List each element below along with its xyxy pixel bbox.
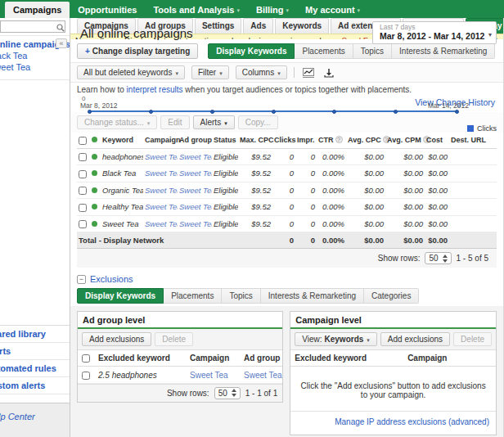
sidebar-bottom-link[interactable]: Shared library (0, 326, 70, 343)
page-size-select[interactable]: 50 (425, 252, 451, 264)
help-icon[interactable]: ? (335, 136, 343, 143)
clicks-cell: 0 (272, 215, 295, 232)
column-status[interactable]: Status (212, 133, 238, 148)
keyword-row: Healthy Tea Sweet Tea Sweet Tea Eligible… (77, 199, 497, 215)
ad-group-link[interactable]: Sweet Tea (179, 152, 212, 161)
status-dot-icon (92, 187, 97, 193)
exclusions-subtab[interactable]: Interests & Remarketing (261, 288, 364, 304)
chevron-down-icon: ▾ (367, 337, 370, 343)
date-range-selector[interactable]: Last 7 days Mar 8, 2012 - Mar 14, 2012 ▾ (372, 21, 497, 44)
show-rows-label: Show rows: (378, 254, 421, 263)
campaign-link[interactable]: Sweet Tea (145, 219, 178, 228)
select-all-checkbox[interactable] (82, 354, 90, 363)
view-dropdown[interactable]: View:Keywords▾ (295, 332, 377, 346)
download-icon[interactable] (322, 67, 335, 79)
max-cpc-cell: $9.52 (238, 148, 272, 164)
table-action-button[interactable]: Edit (160, 115, 189, 129)
ad-group-level-toolbar: Add exclusions Delete (78, 329, 282, 350)
column-excluded-keyword[interactable]: Excluded keyword (94, 350, 186, 367)
nav-tab[interactable]: My account▾ (297, 2, 368, 18)
main-tab[interactable]: Settings (195, 18, 241, 34)
nav-tab[interactable]: Tools and Analysis▾ (145, 2, 248, 18)
exclusions-title[interactable]: Exclusions (90, 274, 133, 284)
select-all-checkbox[interactable] (79, 137, 87, 145)
ad-group-link[interactable]: Sweet Tea (244, 371, 282, 380)
collapse-section-icon[interactable]: − (77, 275, 86, 284)
table-action-button[interactable]: Alerts▾ (193, 115, 235, 129)
table-action-button[interactable]: Copy... (238, 115, 278, 129)
interpret-results-link[interactable]: interpret results (127, 85, 183, 94)
exclusions-subtab[interactable]: Placements (164, 288, 222, 304)
nav-tab[interactable]: Campaigns (5, 2, 70, 18)
targeting-subtab[interactable]: Placements (295, 43, 353, 59)
search-icon[interactable] (56, 24, 65, 32)
targeting-subtab[interactable]: Interests & Remarketing (392, 43, 495, 59)
campaign-link[interactable]: Sweet Tea (145, 152, 178, 161)
nav-tab[interactable]: Billing▾ (248, 2, 297, 18)
column-avg-cpc[interactable]: Avg. CPC? (346, 133, 385, 148)
delete-button[interactable]: Delete (453, 332, 492, 346)
columns-dropdown[interactable]: Columns▾ (236, 65, 287, 79)
column-campaign[interactable]: Campaign (143, 133, 178, 148)
column-ctr[interactable]: CTR? (317, 133, 346, 148)
filter-dropdown[interactable]: Filter▾ (191, 65, 229, 79)
collapse-sidebar-button[interactable]: « (56, 38, 67, 48)
page-size-select[interactable]: 50 (214, 387, 241, 399)
column-max-cpc[interactable]: Max. CPC (238, 133, 272, 148)
status-cell: Eligible (212, 148, 238, 164)
ad-group-link[interactable]: Sweet Tea (179, 219, 212, 228)
main-tab[interactable]: Keywords (275, 18, 329, 34)
chevron-down-icon: ▾ (488, 31, 492, 38)
table-header-row: Keyword Campaign Ad group Status Max. CP… (77, 133, 497, 148)
sidebar-bottom-link[interactable]: Automated rules (0, 360, 70, 377)
column-clicks[interactable]: Clicks (272, 133, 295, 148)
campaign-link[interactable]: Sweet Tea (145, 186, 178, 195)
column-avg-cpm[interactable]: Avg. CPM? (385, 133, 425, 148)
column-campaign[interactable]: Campaign (403, 350, 496, 367)
campaign-level-title: Campaign level (290, 312, 496, 329)
main-tab[interactable]: Ads (243, 18, 273, 34)
exclusions-subtab[interactable]: Categories (364, 288, 419, 304)
row-checkbox[interactable] (82, 372, 90, 380)
change-display-targeting-button[interactable]: +Change display targeting (77, 43, 198, 59)
segment-dropdown[interactable]: All but deleted keywords▾ (77, 65, 185, 79)
row-checkbox[interactable] (79, 204, 87, 212)
cost-cell: $0.00 (425, 148, 449, 164)
chart-toggle-icon[interactable] (301, 67, 316, 79)
column-cost[interactable]: Cost (425, 133, 449, 148)
add-exclusions-button[interactable]: Add exclusions (380, 332, 450, 346)
row-checkbox[interactable] (79, 153, 87, 161)
column-campaign[interactable]: Campaign (186, 350, 240, 367)
add-exclusions-button[interactable]: Add exclusions (82, 332, 151, 346)
column-dest-url[interactable]: Dest. URL (449, 133, 497, 148)
help-center-link[interactable]: Help Center (0, 412, 70, 421)
manage-ip-exclusions-link[interactable]: Manage IP address exclusions (advanced) (335, 417, 489, 426)
keyword-row: Black Tea Sweet Tea Sweet Tea Eligible $… (77, 165, 497, 182)
targeting-subtab[interactable]: Topics (353, 43, 392, 59)
sidebar-bottom-link[interactable]: Custom alerts (0, 377, 70, 394)
ad-group-link[interactable]: Sweet Tea (179, 169, 212, 178)
delete-button[interactable]: Delete (155, 332, 193, 346)
campaign-link[interactable]: Sweet Tea (145, 202, 178, 211)
sidebar-campaign-link[interactable]: Sweet Tea (0, 61, 70, 73)
column-impr[interactable]: Impr. (295, 133, 317, 148)
column-ad-group[interactable]: Ad group (178, 133, 212, 148)
campaign-link[interactable]: Sweet Tea (190, 371, 228, 380)
targeting-subtab[interactable]: Display Keywords (208, 43, 295, 59)
column-excluded-keyword[interactable]: Excluded keyword (290, 350, 403, 367)
nav-tab[interactable]: Opportunities (70, 2, 145, 18)
row-checkbox[interactable] (79, 187, 87, 195)
sidebar-bottom-link[interactable]: Alerts (0, 343, 70, 360)
ad-group-link[interactable]: Sweet Tea (179, 202, 212, 211)
ad-group-link[interactable]: Sweet Tea (179, 186, 212, 195)
exclusions-subtab[interactable]: Display Keywords (77, 288, 164, 304)
column-ad-group[interactable]: Ad group (240, 350, 282, 367)
row-checkbox[interactable] (79, 220, 87, 228)
row-checkbox[interactable] (79, 170, 87, 178)
sidebar-campaign-link[interactable]: Black Tea (0, 50, 70, 61)
table-action-button[interactable]: Change status...▾ (77, 115, 157, 129)
campaign-link[interactable]: Sweet Tea (145, 169, 178, 178)
column-keyword[interactable]: Keyword (101, 133, 143, 148)
sidebar-search-input[interactable] (0, 20, 65, 33)
exclusions-subtab[interactable]: Topics (222, 288, 260, 304)
